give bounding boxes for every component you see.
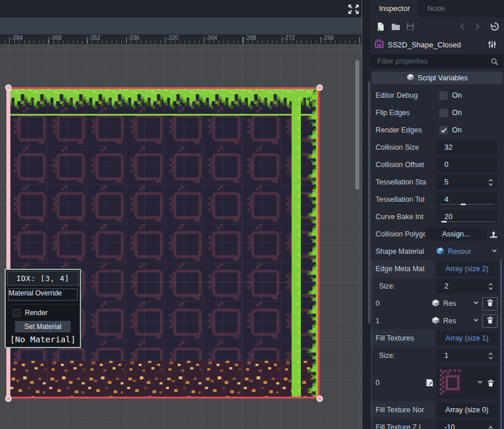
prop-row-0: 0Res [370,295,504,312]
checkbox-state-text: On [452,109,462,117]
viewport-vertical-scrollbar[interactable] [355,60,359,190]
tab-node[interactable]: Node [418,0,454,17]
array-item-resource-dropdown[interactable]: Res [432,316,479,326]
trash-icon [487,316,494,326]
prop-label: Flip Edges [376,109,439,117]
slider-grabber[interactable] [442,221,447,223]
object-history-icon[interactable] [490,22,499,31]
texture-item-box [436,367,498,399]
number-field[interactable]: 0 [436,158,498,172]
shape-handle-top-left[interactable] [5,84,12,91]
horizontal-ruler[interactable]: -384-368-352-336-320-304-288-272-256-240 [0,35,362,44]
shape-handle-bottom-left[interactable] [5,395,12,402]
tab-inspector[interactable]: Inspector [370,0,418,17]
property-checkbox[interactable] [439,126,448,135]
spinbox-field[interactable]: 5 [436,175,498,189]
shape-grass-top-edge [9,89,318,116]
filter-properties-box[interactable] [371,54,503,68]
prop-label: 1 [376,317,432,325]
tools-sliders-icon[interactable] [488,40,496,49]
ruler-label: -272 [284,35,295,41]
array-edit-button[interactable]: Array (size 1) [436,331,498,345]
spinbox-field[interactable]: 2 [436,279,498,293]
chevron-down-icon[interactable] [491,247,498,256]
slider-track[interactable] [439,204,495,205]
array-item-resource-dropdown[interactable]: Res [432,299,479,309]
number-field[interactable]: 32 [436,140,498,154]
viewport-toolbar-strip [0,17,362,35]
resource-dropdown[interactable]: Resour [436,247,498,257]
history-forward-icon[interactable] [475,23,483,30]
assign-picker-icon[interactable] [490,231,498,238]
prop-label: 0 [376,379,426,387]
popup-separator [6,304,80,305]
slider-track[interactable] [439,221,495,222]
edit-resource-icon[interactable] [426,379,433,387]
ss2d-shape-render[interactable] [8,87,319,398]
prop-label: Edge Meta Mat [370,260,435,278]
texture-preview[interactable] [440,369,463,397]
delete-item-button[interactable] [482,315,498,328]
render-checkbox-row[interactable]: Render [13,309,80,317]
prop-label: Fill Texture Nor [370,401,435,419]
array-edit-button[interactable]: Array (size 2) [436,262,498,276]
new-resource-icon[interactable] [376,22,391,31]
property-list: Script Variables Editor DebugOnFlip Edge… [370,69,504,429]
chevron-down-icon[interactable] [473,299,479,308]
inspector-scrollbar-track[interactable] [362,17,370,429]
checkbox-state-text: On [452,126,462,134]
prop-row-tessellation-tol: Tessellation Tol4 [370,191,504,208]
chevron-down-icon[interactable] [473,317,479,325]
ruler-label: -352 [89,35,101,41]
inspector-content: SS2D_Shape_Closed Script [370,17,504,429]
resource-icon [436,247,444,257]
ruler-label: -288 [245,35,256,41]
assign-button[interactable]: Assign... [425,227,487,241]
delete-item-button[interactable] [487,379,494,387]
shape-handle-bottom-right[interactable] [317,395,323,402]
property-checkbox[interactable] [439,109,448,117]
canvas-2d-area[interactable]: IDX: [3, 4] Material Override Render Set… [0,44,362,429]
slider-grabber[interactable] [461,204,466,205]
filter-row [370,53,504,69]
spin-updown-icon[interactable] [488,178,494,187]
spinbox-field[interactable]: -10 [436,420,498,429]
open-resource-icon[interactable] [391,23,406,31]
prop-row-fill-texture-z-i: Fill Texture Z I-10 [370,419,504,429]
prop-label: Collision Offset [376,161,436,169]
expand-viewport-icon[interactable] [347,3,360,15]
selected-edge-highlight[interactable] [6,87,10,398]
prop-label: Tessellation Tol [376,195,436,204]
panel-separator[interactable] [362,0,362,429]
checkbox-state-text: On [452,91,462,99]
slider-number-field[interactable]: 20 [436,210,498,224]
spin-updown-icon[interactable] [488,352,494,360]
history-back-icon[interactable] [460,23,468,30]
prop-row-tessellation-sta: Tessellation Sta5 [370,173,504,191]
material-status-text: [No Material] [6,335,80,344]
prop-label: Collision Size [376,143,436,151]
canvas-viewport[interactable]: -384-368-352-336-320-304-288-272-256-240 [0,0,362,429]
prop-label: Fill Texture Z I [376,423,436,429]
slider-number-field[interactable]: 4 [436,193,498,206]
ruler-label: -336 [128,35,139,41]
spin-up-icon[interactable] [488,425,494,429]
shape-handle-top-right[interactable] [317,84,323,91]
save-resource-icon[interactable] [406,23,421,31]
delete-item-button[interactable] [482,297,498,310]
material-override-button[interactable]: Material Override [8,289,78,301]
ruler-label: -304 [205,35,217,41]
property-checkbox[interactable] [439,91,448,100]
spinbox-field[interactable]: 1 [436,349,498,363]
prop-label: Curve Bake Int [376,213,436,221]
spin-updown-icon[interactable] [488,282,494,291]
section-script-variables[interactable]: Script Variables [371,72,503,84]
resource-icon [432,299,440,309]
render-checkbox[interactable] [13,309,20,317]
dock-tab-bar: Inspector Node [362,0,504,17]
filter-properties-input[interactable] [376,57,491,66]
array-edit-button[interactable]: Array (size 0) [436,403,498,417]
set-material-button[interactable]: Set Material [15,321,71,332]
prop-label: Editor Debug [376,91,439,99]
chevron-down-icon[interactable] [477,379,483,387]
